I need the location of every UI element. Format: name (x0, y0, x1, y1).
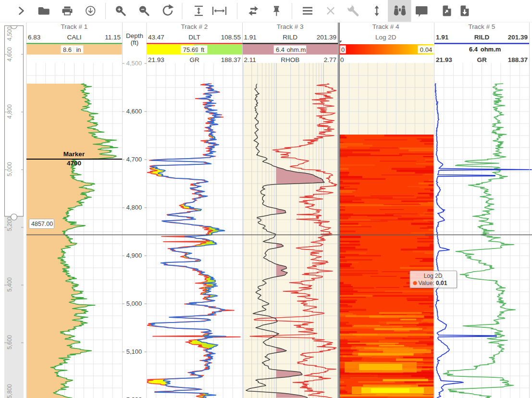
svg-text:GR: GR (477, 56, 487, 63)
svg-text:6.4: 6.4 (276, 46, 285, 53)
svg-text:Value: 0.01: Value: 0.01 (419, 280, 447, 286)
svg-text:Marker: Marker (63, 150, 85, 158)
svg-text:4,600: 4,600 (126, 108, 142, 115)
svg-text:RILD: RILD (474, 34, 490, 41)
svg-text:201.39: 201.39 (508, 34, 528, 41)
svg-text:0: 0 (341, 46, 345, 53)
svg-text:4,600: 4,600 (6, 47, 13, 62)
svg-text:5,000: 5,000 (6, 162, 13, 176)
svg-text:6.83: 6.83 (28, 34, 40, 41)
svg-text:5,400: 5,400 (6, 277, 13, 292)
svg-text:108.55: 108.55 (221, 34, 241, 41)
svg-text:0: 0 (340, 56, 344, 63)
svg-text:4,800: 4,800 (6, 104, 13, 119)
svg-text:6.4: 6.4 (469, 46, 478, 53)
svg-text:Track # 5: Track # 5 (469, 23, 495, 30)
svg-text:5,200: 5,200 (6, 217, 13, 231)
svg-text:5,100: 5,100 (126, 348, 142, 355)
svg-text:5,200: 5,200 (126, 396, 142, 398)
svg-text:2.77: 2.77 (324, 56, 336, 63)
svg-text:5,800: 5,800 (6, 384, 13, 398)
svg-text:Track # 3: Track # 3 (277, 23, 304, 30)
svg-text:Log 2D: Log 2D (424, 273, 443, 279)
svg-text:1.91: 1.91 (244, 34, 257, 41)
svg-text:5,000: 5,000 (126, 300, 142, 307)
svg-text:Track # 4: Track # 4 (372, 23, 399, 30)
svg-text:201.39: 201.39 (317, 34, 336, 41)
svg-text:Log 2D: Log 2D (375, 34, 396, 41)
svg-text:4,800: 4,800 (126, 204, 142, 211)
svg-text:ohm.m: ohm.m (287, 46, 306, 53)
svg-text:4,500: 4,500 (126, 60, 142, 67)
svg-text:Track # 2: Track # 2 (181, 23, 208, 30)
svg-text:in: in (76, 46, 81, 53)
svg-text:4,500: 4,500 (6, 26, 13, 41)
svg-text:(ft): (ft) (131, 39, 139, 46)
svg-text:4857.00: 4857.00 (31, 221, 53, 227)
svg-text:75.69: 75.69 (183, 46, 199, 53)
svg-text:21.93: 21.93 (436, 56, 452, 63)
svg-text:188.37: 188.37 (221, 56, 241, 63)
svg-text:4700: 4700 (67, 160, 81, 167)
svg-text:43.47: 43.47 (148, 34, 164, 41)
svg-text:4,700: 4,700 (126, 156, 142, 163)
svg-text:CALI: CALI (67, 34, 81, 41)
svg-text:5,600: 5,600 (6, 335, 13, 349)
svg-text:2.11: 2.11 (244, 56, 256, 63)
svg-text:ohm.m: ohm.m (481, 46, 501, 53)
svg-text:188.37: 188.37 (508, 56, 528, 63)
svg-text:4,900: 4,900 (126, 252, 142, 259)
svg-text:Depth: Depth (126, 32, 143, 39)
svg-text:Track # 1: Track # 1 (61, 23, 88, 30)
svg-text:RHOB: RHOB (281, 56, 299, 63)
svg-text:ft: ft (201, 46, 205, 53)
svg-text:0.04: 0.04 (420, 46, 432, 53)
svg-text:GR: GR (189, 56, 199, 63)
svg-text:DLT: DLT (188, 34, 200, 41)
svg-text:21.93: 21.93 (148, 56, 164, 63)
svg-text:8.6: 8.6 (63, 46, 72, 53)
svg-text:11.15: 11.15 (105, 34, 121, 41)
svg-text:RILD: RILD (283, 34, 297, 41)
svg-text:1.91: 1.91 (436, 34, 449, 41)
